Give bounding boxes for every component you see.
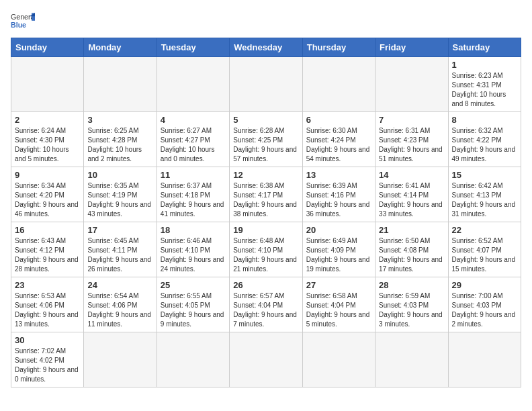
svg-text:General: General [11, 13, 35, 21]
day-cell: 23Sunrise: 6:53 AM Sunset: 4:06 PM Dayli… [11, 277, 84, 332]
day-number: 11 [161, 170, 226, 180]
day-info: Sunrise: 6:53 AM Sunset: 4:06 PM Dayligh… [15, 291, 80, 329]
page-header: General Blue [11, 11, 521, 30]
day-info: Sunrise: 6:50 AM Sunset: 4:08 PM Dayligh… [379, 236, 444, 274]
day-info: Sunrise: 6:30 AM Sunset: 4:24 PM Dayligh… [306, 126, 371, 164]
day-number: 25 [161, 280, 226, 290]
week-row-6: 30Sunrise: 7:02 AM Sunset: 4:02 PM Dayli… [11, 332, 521, 387]
weekday-friday: Friday [375, 38, 448, 57]
day-number: 20 [306, 225, 371, 235]
day-cell: 6Sunrise: 6:30 AM Sunset: 4:24 PM Daylig… [302, 112, 375, 167]
day-info: Sunrise: 6:54 AM Sunset: 4:06 PM Dayligh… [87, 291, 152, 329]
day-info: Sunrise: 6:24 AM Sunset: 4:30 PM Dayligh… [15, 126, 80, 164]
day-number: 4 [161, 115, 226, 125]
day-cell: 24Sunrise: 6:54 AM Sunset: 4:06 PM Dayli… [84, 277, 157, 332]
day-cell [84, 332, 157, 387]
day-cell [84, 57, 157, 112]
week-row-3: 9Sunrise: 6:34 AM Sunset: 4:20 PM Daylig… [11, 167, 521, 222]
day-cell [230, 57, 302, 112]
day-cell: 27Sunrise: 6:58 AM Sunset: 4:04 PM Dayli… [302, 277, 375, 332]
day-cell: 1Sunrise: 6:23 AM Sunset: 4:31 PM Daylig… [448, 57, 521, 112]
day-number: 30 [15, 335, 80, 345]
day-number: 9 [15, 170, 80, 180]
day-number: 24 [87, 280, 152, 290]
weekday-sunday: Sunday [11, 38, 84, 57]
day-info: Sunrise: 6:27 AM Sunset: 4:27 PM Dayligh… [161, 126, 226, 164]
day-cell: 16Sunrise: 6:43 AM Sunset: 4:12 PM Dayli… [11, 222, 84, 277]
day-number: 29 [452, 280, 517, 290]
day-cell: 13Sunrise: 6:39 AM Sunset: 4:16 PM Dayli… [302, 167, 375, 222]
day-number: 22 [452, 225, 517, 235]
week-row-4: 16Sunrise: 6:43 AM Sunset: 4:12 PM Dayli… [11, 222, 521, 277]
day-cell: 25Sunrise: 6:55 AM Sunset: 4:05 PM Dayli… [157, 277, 229, 332]
day-number: 13 [306, 170, 371, 180]
day-info: Sunrise: 6:42 AM Sunset: 4:13 PM Dayligh… [452, 181, 517, 219]
weekday-tuesday: Tuesday [157, 38, 229, 57]
day-cell [375, 332, 448, 387]
day-info: Sunrise: 6:37 AM Sunset: 4:18 PM Dayligh… [161, 181, 226, 219]
day-number: 17 [87, 225, 152, 235]
day-cell: 10Sunrise: 6:35 AM Sunset: 4:19 PM Dayli… [84, 167, 157, 222]
day-number: 7 [379, 115, 444, 125]
day-cell: 20Sunrise: 6:49 AM Sunset: 4:09 PM Dayli… [302, 222, 375, 277]
calendar-table: SundayMondayTuesdayWednesdayThursdayFrid… [11, 38, 521, 387]
day-number: 3 [87, 115, 152, 125]
day-number: 19 [233, 225, 298, 235]
logo: General Blue [11, 11, 39, 30]
day-cell: 8Sunrise: 6:32 AM Sunset: 4:22 PM Daylig… [448, 112, 521, 167]
day-cell [448, 332, 521, 387]
day-info: Sunrise: 6:59 AM Sunset: 4:03 PM Dayligh… [379, 291, 444, 329]
day-info: Sunrise: 6:38 AM Sunset: 4:17 PM Dayligh… [233, 181, 298, 219]
week-row-1: 1Sunrise: 6:23 AM Sunset: 4:31 PM Daylig… [11, 57, 521, 112]
day-cell: 22Sunrise: 6:52 AM Sunset: 4:07 PM Dayli… [448, 222, 521, 277]
day-number: 28 [379, 280, 444, 290]
day-info: Sunrise: 7:00 AM Sunset: 4:03 PM Dayligh… [452, 291, 517, 329]
day-cell [302, 57, 375, 112]
day-number: 18 [161, 225, 226, 235]
weekday-header-row: SundayMondayTuesdayWednesdayThursdayFrid… [11, 38, 521, 57]
day-info: Sunrise: 6:55 AM Sunset: 4:05 PM Dayligh… [161, 291, 226, 329]
day-info: Sunrise: 6:39 AM Sunset: 4:16 PM Dayligh… [306, 181, 371, 219]
day-cell: 5Sunrise: 6:28 AM Sunset: 4:25 PM Daylig… [230, 112, 302, 167]
day-info: Sunrise: 6:45 AM Sunset: 4:11 PM Dayligh… [87, 236, 152, 274]
weekday-monday: Monday [84, 38, 157, 57]
day-number: 12 [233, 170, 298, 180]
day-number: 15 [452, 170, 517, 180]
day-number: 10 [87, 170, 152, 180]
day-info: Sunrise: 6:46 AM Sunset: 4:10 PM Dayligh… [161, 236, 226, 274]
day-info: Sunrise: 6:34 AM Sunset: 4:20 PM Dayligh… [15, 181, 80, 219]
day-cell: 2Sunrise: 6:24 AM Sunset: 4:30 PM Daylig… [11, 112, 84, 167]
weekday-thursday: Thursday [302, 38, 375, 57]
weekday-wednesday: Wednesday [230, 38, 302, 57]
day-cell [375, 57, 448, 112]
svg-text:Blue: Blue [11, 21, 26, 29]
day-cell: 14Sunrise: 6:41 AM Sunset: 4:14 PM Dayli… [375, 167, 448, 222]
weekday-saturday: Saturday [448, 38, 521, 57]
day-cell: 15Sunrise: 6:42 AM Sunset: 4:13 PM Dayli… [448, 167, 521, 222]
day-number: 26 [233, 280, 298, 290]
day-number: 27 [306, 280, 371, 290]
day-info: Sunrise: 6:57 AM Sunset: 4:04 PM Dayligh… [233, 291, 298, 329]
day-cell: 28Sunrise: 6:59 AM Sunset: 4:03 PM Dayli… [375, 277, 448, 332]
day-number: 8 [452, 115, 517, 125]
day-cell: 7Sunrise: 6:31 AM Sunset: 4:23 PM Daylig… [375, 112, 448, 167]
day-cell: 12Sunrise: 6:38 AM Sunset: 4:17 PM Dayli… [230, 167, 302, 222]
day-cell: 18Sunrise: 6:46 AM Sunset: 4:10 PM Dayli… [157, 222, 229, 277]
day-cell: 19Sunrise: 6:48 AM Sunset: 4:10 PM Dayli… [230, 222, 302, 277]
day-info: Sunrise: 6:23 AM Sunset: 4:31 PM Dayligh… [452, 71, 517, 109]
day-number: 5 [233, 115, 298, 125]
day-cell: 26Sunrise: 6:57 AM Sunset: 4:04 PM Dayli… [230, 277, 302, 332]
day-number: 16 [15, 225, 80, 235]
week-row-2: 2Sunrise: 6:24 AM Sunset: 4:30 PM Daylig… [11, 112, 521, 167]
day-cell: 9Sunrise: 6:34 AM Sunset: 4:20 PM Daylig… [11, 167, 84, 222]
day-number: 2 [15, 115, 80, 125]
day-cell: 17Sunrise: 6:45 AM Sunset: 4:11 PM Dayli… [84, 222, 157, 277]
day-info: Sunrise: 6:25 AM Sunset: 4:28 PM Dayligh… [87, 126, 152, 164]
day-cell [157, 57, 229, 112]
day-number: 14 [379, 170, 444, 180]
day-cell: 4Sunrise: 6:27 AM Sunset: 4:27 PM Daylig… [157, 112, 229, 167]
day-info: Sunrise: 6:41 AM Sunset: 4:14 PM Dayligh… [379, 181, 444, 219]
day-cell [302, 332, 375, 387]
day-info: Sunrise: 6:28 AM Sunset: 4:25 PM Dayligh… [233, 126, 298, 164]
day-number: 23 [15, 280, 80, 290]
